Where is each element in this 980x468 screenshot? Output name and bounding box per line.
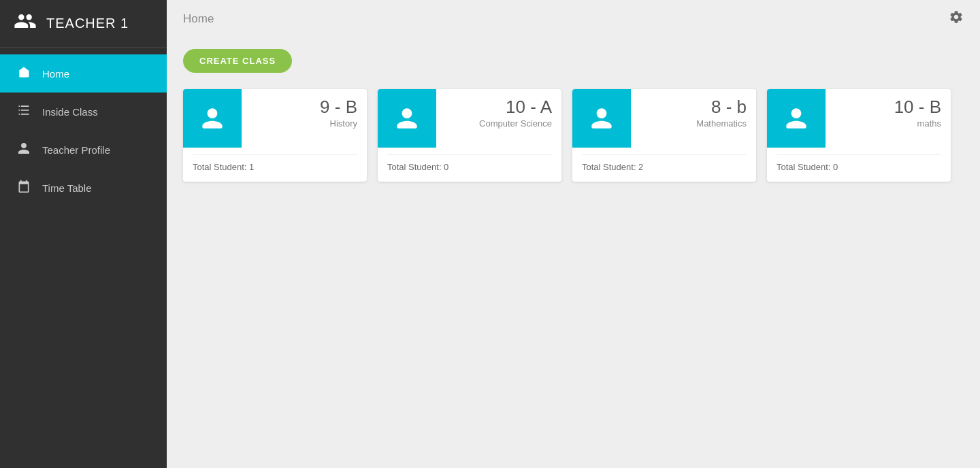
class-name: 10 - B <box>835 97 941 117</box>
main-body: CREATE CLASS 9 - B History Total Student… <box>167 38 980 198</box>
main-content-area: Home CREATE CLASS 9 - B History Total St… <box>167 0 980 468</box>
card-top: 10 - A Computer Science <box>378 89 561 148</box>
student-icon <box>392 103 422 133</box>
person-icon <box>16 141 31 158</box>
class-name: 9 - B <box>251 97 357 117</box>
card-top: 8 - b Mathematics <box>572 89 756 148</box>
sidebar-nav: Home Inside Class Teacher Profile <box>0 48 167 207</box>
calendar-icon <box>16 180 31 197</box>
class-subject: maths <box>835 118 941 129</box>
sidebar-item-home[interactable]: Home <box>0 54 167 93</box>
settings-icon[interactable] <box>949 10 964 29</box>
page-title: Home <box>183 12 214 26</box>
card-icon-box <box>767 89 826 148</box>
class-card[interactable]: 10 - A Computer Science Total Student: 0 <box>378 89 561 182</box>
class-name: 10 - A <box>446 97 552 117</box>
card-icon-box <box>572 89 631 148</box>
sidebar-inside-class-label: Inside Class <box>42 106 98 118</box>
card-top: 10 - B maths <box>767 89 951 148</box>
sidebar-time-table-label: Time Table <box>42 182 92 194</box>
classes-grid: 9 - B History Total Student: 1 10 - A Co… <box>183 89 964 182</box>
sidebar-title: TEACHER 1 <box>46 16 129 31</box>
sidebar-header: TEACHER 1 <box>0 0 167 48</box>
card-info: 9 - B History <box>242 89 367 129</box>
card-student-count: Total Student: 0 <box>378 155 561 182</box>
card-info: 8 - b Mathematics <box>631 89 756 129</box>
sidebar-item-inside-class[interactable]: Inside Class <box>0 93 167 131</box>
card-info: 10 - A Computer Science <box>436 89 561 129</box>
class-subject: Computer Science <box>446 118 552 129</box>
card-top: 9 - B History <box>183 89 367 148</box>
sidebar-teacher-profile-label: Teacher Profile <box>42 144 110 156</box>
class-card[interactable]: 10 - B maths Total Student: 0 <box>767 89 951 182</box>
class-subject: History <box>251 118 357 129</box>
teacher-icon <box>14 10 37 37</box>
class-name: 8 - b <box>640 97 747 117</box>
class-card[interactable]: 9 - B History Total Student: 1 <box>183 89 367 182</box>
class-subject: Mathematics <box>640 118 747 129</box>
card-icon-box <box>183 89 242 148</box>
student-icon <box>781 103 811 133</box>
card-student-count: Total Student: 1 <box>183 155 367 182</box>
sidebar: TEACHER 1 Home Inside Class <box>0 0 167 468</box>
main-header: Home <box>167 0 980 38</box>
card-icon-box <box>378 89 436 148</box>
home-icon <box>16 65 31 82</box>
sidebar-home-label: Home <box>42 68 69 80</box>
sidebar-item-time-table[interactable]: Time Table <box>0 169 167 207</box>
svg-rect-0 <box>22 72 26 78</box>
student-icon <box>197 103 227 133</box>
student-icon <box>587 103 617 133</box>
create-class-button[interactable]: CREATE CLASS <box>183 49 292 73</box>
card-info: 10 - B maths <box>826 89 951 129</box>
sidebar-item-teacher-profile[interactable]: Teacher Profile <box>0 131 167 169</box>
card-student-count: Total Student: 2 <box>572 155 756 182</box>
class-card[interactable]: 8 - b Mathematics Total Student: 2 <box>572 89 756 182</box>
list-icon <box>16 103 31 120</box>
card-student-count: Total Student: 0 <box>767 155 951 182</box>
